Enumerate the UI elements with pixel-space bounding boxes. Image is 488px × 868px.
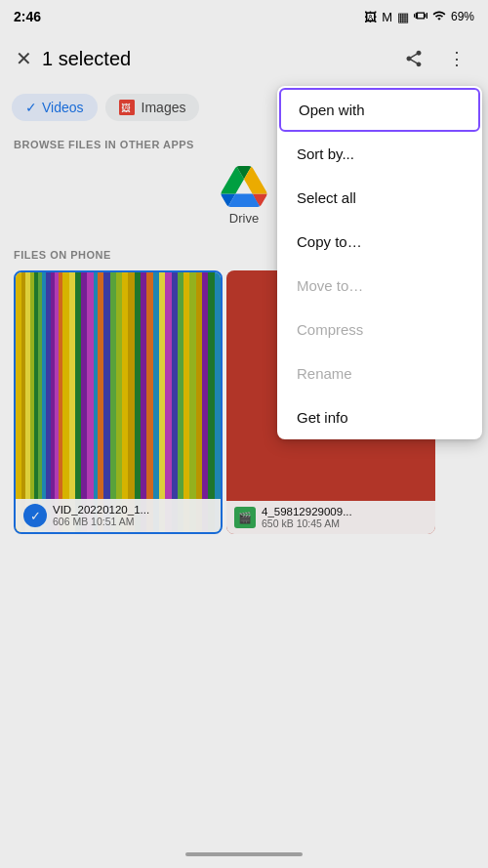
- menu-item-open-with[interactable]: Open with: [279, 88, 480, 132]
- menu-item-sort-by[interactable]: Sort by...: [277, 132, 482, 176]
- menu-item-move-to: Move to…: [277, 264, 482, 308]
- menu-item-rename: Rename: [277, 351, 482, 395]
- context-menu: Open with Sort by... Select all Copy to……: [277, 86, 482, 439]
- menu-item-get-info[interactable]: Get info: [277, 395, 482, 439]
- menu-item-copy-to[interactable]: Copy to…: [277, 220, 482, 264]
- menu-item-compress: Compress: [277, 308, 482, 351]
- menu-item-select-all[interactable]: Select all: [277, 176, 482, 220]
